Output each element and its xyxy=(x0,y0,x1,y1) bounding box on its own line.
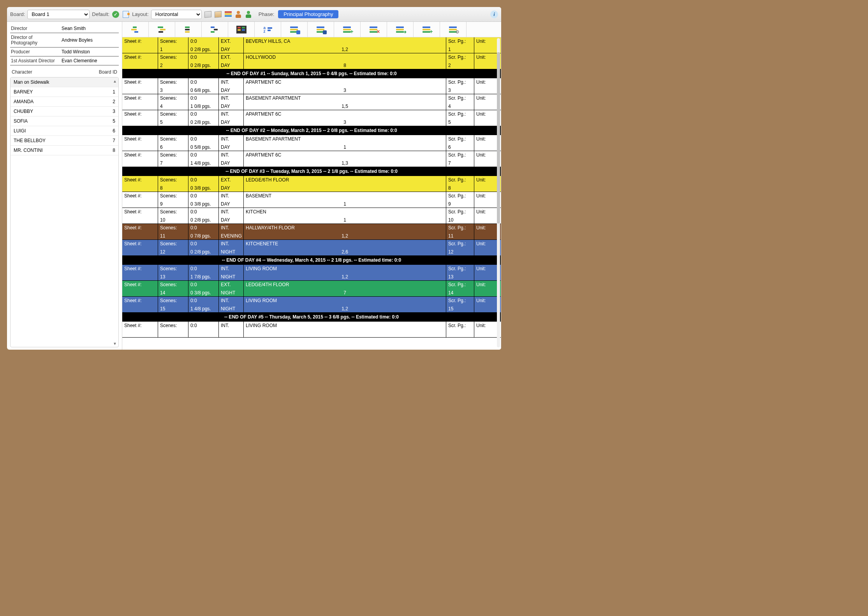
pages-cell: 0:01 7/8 pgs. xyxy=(188,265,219,280)
main-area: az + × ➜ + ⚙ Sheet #:Scenes:10:00 2/8 pg… xyxy=(122,22,501,350)
tool-1[interactable] xyxy=(122,22,149,37)
scrpg-cell: Scr. Pg.:10 xyxy=(446,208,474,224)
character-row[interactable]: MR. CONTINI8 xyxy=(11,146,118,155)
character-row[interactable]: THE BELLBOY7 xyxy=(11,136,118,146)
location-cell: LIVING ROOM1,2 xyxy=(244,265,446,280)
strips-icon[interactable] xyxy=(224,11,232,18)
strip-row[interactable]: Sheet #:Scenes:0:0INT.LIVING ROOMScr. Pg… xyxy=(122,322,501,338)
crew-role: 1st Assistant Director xyxy=(10,56,61,65)
ie-cell: INT.NIGHT xyxy=(219,297,244,312)
pages-cell: 0:00 5/8 pgs. xyxy=(188,135,219,151)
person-green-icon[interactable] xyxy=(245,11,252,18)
location-cell: HOLLYWOOD8 xyxy=(244,53,446,69)
scroll-up-icon[interactable]: ▲ xyxy=(112,78,118,84)
day-break[interactable]: -- END OF DAY #4 -- Wednesday, March 4, … xyxy=(122,256,501,265)
strip-row[interactable]: Sheet #:Scenes:50:00 2/8 pgs.INT.DAYAPAR… xyxy=(122,110,501,126)
crew-name: Evan Clementine xyxy=(61,56,119,65)
character-row[interactable]: Man on Sidewalk xyxy=(11,77,118,87)
character-row[interactable]: CHUBBY3 xyxy=(11,107,118,116)
strip-row[interactable]: Sheet #:Scenes:150:01 4/8 pgs.INT.NIGHTL… xyxy=(122,297,501,313)
strip-row[interactable]: Sheet #:Scenes:140:00 3/8 pgs.EXT.NIGHTL… xyxy=(122,281,501,297)
layout-select[interactable]: Horizontal xyxy=(151,10,202,19)
sheet-cell: Sheet #: xyxy=(122,192,158,208)
character-row[interactable]: AMANDA2 xyxy=(11,97,118,107)
strip-row[interactable]: Sheet #:Scenes:30:00 6/8 pgs.INT.DAYAPAR… xyxy=(122,78,501,94)
character-name: MR. CONTINI xyxy=(14,148,43,153)
pages-cell: 0:00 3/8 pgs. xyxy=(188,176,219,192)
strip-row[interactable]: Sheet #:Scenes:20:00 2/8 pgs.EXT.DAYHOLL… xyxy=(122,53,501,69)
board-select[interactable]: Board 1 xyxy=(27,10,90,19)
tool-sort-az[interactable]: az xyxy=(255,22,281,37)
ie-cell: INT. xyxy=(219,322,244,337)
day-break[interactable]: -- END OF DAY #3 -- Tuesday, March 3, 20… xyxy=(122,167,501,176)
day-break[interactable]: -- END OF DAY #5 -- Thursday, March 5, 2… xyxy=(122,313,501,322)
tool-12[interactable]: + xyxy=(414,22,440,37)
character-header: Character Board ID xyxy=(10,65,119,77)
character-name: BARNEY xyxy=(14,89,33,95)
tool-9[interactable]: + xyxy=(334,22,361,37)
character-name: CHUBBY xyxy=(14,109,33,114)
strip-row[interactable]: Sheet #:Scenes:80:00 3/8 pgs.EXT.DAYLEDG… xyxy=(122,176,501,192)
scrollbar-thumb[interactable] xyxy=(497,52,500,224)
tool-3[interactable] xyxy=(175,22,202,37)
phase-badge[interactable]: Principal Photography xyxy=(278,10,338,18)
info-icon[interactable]: i xyxy=(490,11,498,18)
sheet-cell: Sheet #: xyxy=(122,265,158,280)
scroll-down-icon[interactable]: ▼ xyxy=(112,341,118,346)
sheet-cell: Sheet #: xyxy=(122,151,158,167)
character-id: 8 xyxy=(113,148,115,153)
strip-row[interactable]: Sheet #:Scenes:130:01 7/8 pgs.INT.NIGHTL… xyxy=(122,265,501,281)
tool-2[interactable] xyxy=(149,22,175,37)
character-id: 5 xyxy=(113,118,115,124)
tool-13[interactable]: ⚙ xyxy=(440,22,467,37)
strip-row[interactable]: Sheet #:Scenes:110:00 7/8 pgs.INT.EVENIN… xyxy=(122,224,501,240)
strip-row[interactable]: Sheet #:Scenes:120:00 2/8 pgs.INT.NIGHTK… xyxy=(122,240,501,256)
tool-7[interactable] xyxy=(281,22,308,37)
ie-cell: INT.NIGHT xyxy=(219,240,244,255)
vertical-scrollbar[interactable] xyxy=(497,38,500,347)
print-icon[interactable] xyxy=(204,11,212,18)
strip-row[interactable]: Sheet #:Scenes:70:01 4/8 pgs.INT.DAYAPAR… xyxy=(122,151,501,167)
character-row[interactable]: LUIGI6 xyxy=(11,126,118,136)
location-cell: APARTMENT 6C3 xyxy=(244,110,446,126)
tool-4[interactable] xyxy=(202,22,228,37)
tool-11[interactable]: ➜ xyxy=(387,22,414,37)
scrpg-cell: Scr. Pg.:2 xyxy=(446,53,474,69)
location-cell: HALLWAY/4TH FLOOR1,2 xyxy=(244,224,446,239)
tool-10[interactable]: × xyxy=(361,22,387,37)
boardid-col-label: Board ID xyxy=(99,69,117,75)
scrpg-cell: Scr. Pg.: xyxy=(446,322,474,337)
export-icon[interactable] xyxy=(214,11,222,18)
strip-board[interactable]: Sheet #:Scenes:10:00 2/8 pgs.EXT.DAYBEVE… xyxy=(122,37,501,350)
scenes-cell: Scenes:3 xyxy=(158,78,188,94)
character-list[interactable]: Man on SidewalkBARNEY1AMANDA2CHUBBY3SOFI… xyxy=(10,77,119,347)
sheet-cell: Sheet #: xyxy=(122,297,158,312)
location-cell: BEVERLY HILLS, CA1,2 xyxy=(244,37,446,53)
crew-table: DirectorSean SmithDirector of Photograph… xyxy=(10,24,119,65)
pages-cell: 0:00 6/8 pgs. xyxy=(188,78,219,94)
person-orange-icon[interactable] xyxy=(234,11,242,18)
day-break[interactable]: -- END OF DAY #1 -- Sunday, March 1, 201… xyxy=(122,69,501,78)
strip-row[interactable]: Sheet #:Scenes:90:00 3/8 pgs.INT.DAYBASE… xyxy=(122,192,501,208)
location-cell: KITCHENETTE2,6 xyxy=(244,240,446,255)
crew-row: Director of PhotographyAndrew Boyles xyxy=(10,33,119,48)
character-row[interactable]: SOFIA5 xyxy=(11,116,118,126)
strip-row[interactable]: Sheet #:Scenes:60:00 5/8 pgs.INT.DAYBASE… xyxy=(122,135,501,151)
tool-8[interactable] xyxy=(308,22,334,37)
sheet-cell: Sheet #: xyxy=(122,208,158,224)
edit-doc-icon[interactable] xyxy=(122,11,130,18)
strip-row[interactable]: Sheet #:Scenes:40:01 0/8 pgs.INT.DAYBASE… xyxy=(122,94,501,110)
tool-5[interactable] xyxy=(228,22,255,37)
location-cell: LIVING ROOM1,2 xyxy=(244,297,446,312)
character-name: Man on Sidewalk xyxy=(14,79,49,85)
scrpg-cell: Scr. Pg.:1 xyxy=(446,37,474,53)
character-row[interactable]: BARNEY1 xyxy=(11,87,118,97)
board-label: Board: xyxy=(10,11,25,17)
day-break[interactable]: -- END OF DAY #2 -- Monday, March 2, 201… xyxy=(122,126,501,135)
strip-row[interactable]: Sheet #:Scenes:10:00 2/8 pgs.EXT.DAYBEVE… xyxy=(122,37,501,53)
strip-row[interactable]: Sheet #:Scenes:100:00 2/8 pgs.INT.DAYKIT… xyxy=(122,208,501,224)
accept-icon[interactable]: ✓ xyxy=(112,11,120,18)
character-id: 2 xyxy=(113,99,115,104)
ie-cell: INT.DAY xyxy=(219,151,244,167)
default-label: Default: xyxy=(92,11,109,17)
